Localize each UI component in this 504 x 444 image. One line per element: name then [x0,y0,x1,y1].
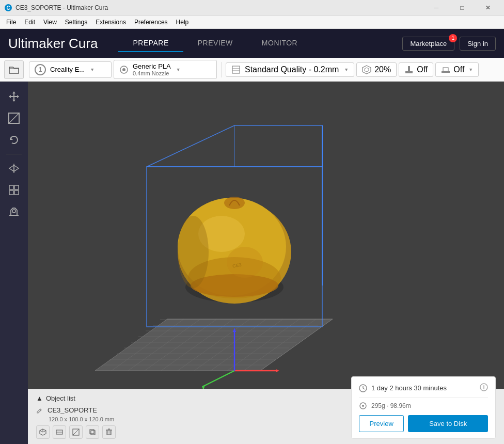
header-right: Marketplace 1 Sign in [402,37,496,51]
menu-settings[interactable]: Settings [61,18,91,27]
svg-line-20 [9,113,19,123]
marketplace-button[interactable]: Marketplace 1 [402,37,454,51]
tab-monitor[interactable]: MONITOR [247,35,312,52]
open-file-button[interactable] [4,60,24,79]
menu-bar: File Edit View Settings Extensions Prefe… [0,15,504,29]
svg-point-3 [122,68,125,71]
svg-marker-15 [12,91,15,93]
svg-rect-85 [91,431,95,435]
svg-point-75 [178,216,209,288]
action-duplicate[interactable] [86,425,99,439]
svg-line-79 [43,431,46,432]
material-dropdown-arrow: ▼ [176,67,181,72]
window-controls: ─ □ ✕ [424,0,500,15]
material-name: Generic PLA [133,62,171,70]
tool-mirror[interactable] [4,158,24,178]
svg-rect-27 [9,191,13,195]
marketplace-badge: 1 [449,34,457,42]
minimize-button[interactable]: ─ [424,0,448,15]
adhesion-dropdown-arrow: ▼ [468,67,473,72]
flat-view-icon [56,429,63,436]
main-header: Ultimaker Cura PREPARE PREVIEW MONITOR M… [0,29,504,58]
marketplace-label: Marketplace [410,40,447,47]
tool-rotate[interactable] [4,130,24,150]
action-buttons: Preview Save to Disk [359,415,488,432]
svg-marker-24 [14,165,19,171]
adhesion-icon [441,65,450,74]
action-scale-view[interactable] [69,425,83,439]
tab-prepare[interactable]: PREPARE [118,35,183,52]
menu-file[interactable]: File [2,18,20,27]
tool-arrange[interactable] [4,180,24,200]
svg-text:i: i [483,384,484,390]
svg-marker-16 [12,100,15,102]
menu-preferences[interactable]: Preferences [130,18,172,27]
material-usage-row: 295g · 98.96m [359,402,488,410]
svg-marker-7 [363,66,371,74]
material-usage: 295g · 98.96m [371,402,411,409]
mirror-icon [8,163,20,174]
window-title: CE3_SOPORTE - Ultimaker Cura [15,4,108,11]
svg-rect-86 [90,430,94,434]
svg-line-80 [40,431,43,432]
main-area: CE3 ▲ Object list CE3_SOPORTE 120.0 x 10… [0,82,504,444]
info-detail-button[interactable]: i [480,383,488,393]
toolbar-separator-1 [221,62,222,77]
maximize-button[interactable]: □ [450,0,474,15]
quality-selector[interactable]: Standard Quality - 0.2mm ▼ [226,62,354,77]
tool-support[interactable] [4,202,24,221]
edit-object-icon[interactable] [36,407,43,414]
material-nozzle: 0.4mm Nozzle [133,70,171,76]
svg-rect-10 [405,71,413,73]
svg-rect-9 [408,66,410,71]
menu-edit[interactable]: Edit [20,18,39,27]
rotate-icon [8,134,20,146]
material-selector[interactable]: Generic PLA 0.4mm Nozzle ▼ [114,60,217,79]
svg-point-73 [227,247,263,278]
svg-marker-17 [9,95,11,98]
infill-selector[interactable]: 20% [356,62,397,77]
svg-line-94 [363,388,365,389]
signin-button[interactable]: Sign in [460,37,496,51]
svg-rect-12 [443,68,448,71]
nav-tabs: PREPARE PREVIEW MONITOR [118,35,312,52]
object-list-label: Object list [46,394,75,402]
preview-button[interactable]: Preview [359,415,404,432]
3d-viewport[interactable]: CE3 ▲ Object list CE3_SOPORTE 120.0 x 10… [28,82,504,444]
duplicate-icon [89,429,96,436]
save-to-disk-button[interactable]: Save to Disk [408,415,488,432]
close-button[interactable]: ✕ [476,0,500,15]
app-icon: C [4,4,12,12]
svg-rect-28 [14,191,19,195]
infill-value: 20% [374,65,391,74]
svg-line-62 [203,371,234,386]
printer-number: 1 [35,64,46,75]
action-flat[interactable] [53,425,66,439]
info-circle-icon: i [480,383,488,391]
clock-icon [359,384,367,392]
svg-point-72 [224,197,245,209]
action-3d-view[interactable] [36,425,50,439]
menu-help[interactable]: Help [172,18,193,27]
support-tool-icon [8,206,20,217]
menu-extensions[interactable]: Extensions [91,18,130,27]
logo-bold: Ultimaker [8,36,65,51]
arrange-icon [8,184,20,196]
action-delete[interactable] [102,425,116,439]
adhesion-selector[interactable]: Off ▼ [435,62,479,77]
adhesion-label: Off [453,65,464,74]
quality-dropdown-arrow: ▼ [344,67,349,72]
infill-icon [362,65,371,74]
svg-rect-88 [107,430,111,435]
menu-view[interactable]: View [39,18,61,27]
support-selector[interactable]: Off [399,62,433,77]
printer-name-block: Creality E... [50,66,85,73]
quality-icon [231,65,241,74]
tab-preview[interactable]: PREVIEW [183,35,247,52]
title-bar: C CE3_SOPORTE - Ultimaker Cura ─ □ ✕ [0,0,504,15]
printer-selector[interactable]: 1 Creality E... ▼ [29,61,112,78]
tool-move[interactable] [4,87,24,106]
print-info-panel: 1 day 2 hours 30 minutes i 295g · 98.96m… [351,376,496,439]
svg-rect-26 [14,185,19,189]
tool-scale[interactable] [4,108,24,128]
